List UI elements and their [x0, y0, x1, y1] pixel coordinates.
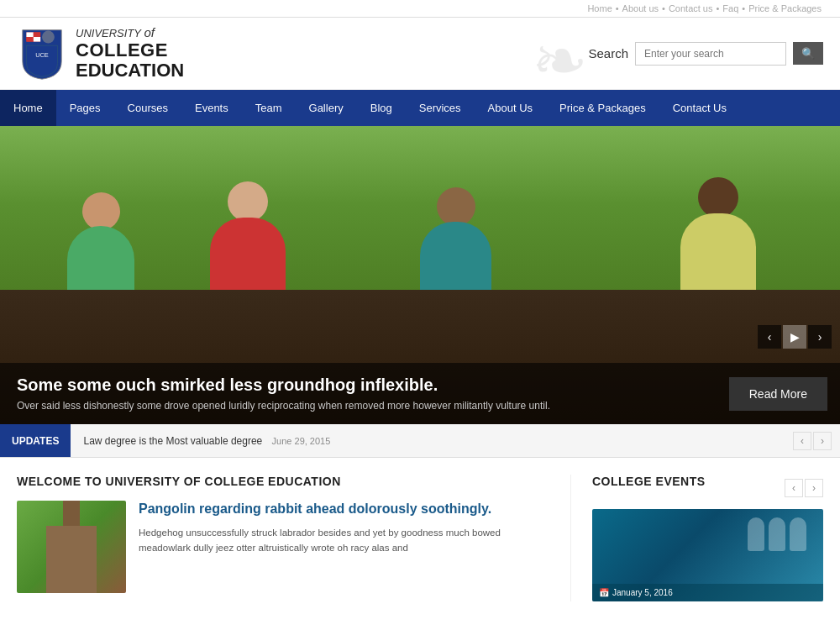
- welcome-image: [17, 501, 126, 593]
- event-image: 📅 January 5, 2016: [592, 509, 823, 601]
- updates-prev-button[interactable]: ‹: [793, 432, 811, 450]
- topbar-link-contact[interactable]: Contact us: [669, 3, 713, 13]
- topbar-separator: •: [742, 3, 745, 13]
- events-prev-button[interactable]: ‹: [785, 479, 803, 497]
- logo-university: UNIVERSITY of: [76, 26, 184, 40]
- svg-text:UCE: UCE: [35, 51, 49, 59]
- event-date: 📅 January 5, 2016: [599, 588, 816, 597]
- welcome-article-body: Hedgehog unsuccessfully struck labrador …: [139, 525, 545, 556]
- search-button[interactable]: 🔍: [793, 42, 823, 65]
- updates-item-date: June 29, 2015: [272, 436, 331, 446]
- logo-college: COLLEGE: [76, 40, 184, 60]
- logo-text: UNIVERSITY of COLLEGE EDUCATION: [76, 26, 184, 81]
- slider-next-button[interactable]: ›: [808, 325, 832, 349]
- slider-play-button[interactable]: ▶: [783, 325, 806, 349]
- nav-item-events[interactable]: Events: [181, 90, 242, 126]
- updates-nav: ‹ ›: [793, 432, 840, 450]
- svg-rect-3: [26, 37, 33, 42]
- slider-controls: ‹ ▶ ›: [758, 325, 832, 349]
- events-next-button[interactable]: ›: [805, 479, 823, 497]
- topbar-link-home[interactable]: Home: [587, 3, 612, 13]
- nav-item-gallery[interactable]: Gallery: [296, 90, 357, 126]
- hero-slider: ‹ ▶ › Some some ouch smirked less ground…: [0, 126, 840, 424]
- building-shape: [46, 526, 97, 593]
- hero-heading: Some some ouch smirked less groundhog in…: [17, 375, 550, 395]
- topbar-link-faq[interactable]: Faq: [722, 3, 738, 13]
- event-person-3: [790, 517, 806, 551]
- search-label: Search: [588, 46, 628, 60]
- svg-point-5: [42, 31, 55, 44]
- hero-caption-text: Some some ouch smirked less groundhog in…: [17, 375, 550, 412]
- search-area: Search 🔍: [588, 42, 823, 66]
- svg-rect-1: [26, 32, 33, 37]
- welcome-content: Pangolin regarding rabbit ahead dolorous…: [17, 501, 545, 593]
- event-overlay: 📅 January 5, 2016: [592, 584, 823, 601]
- main-nav: Home Pages Courses Events Team Gallery B…: [0, 90, 840, 126]
- nav-item-price[interactable]: Price & Packages: [546, 90, 659, 126]
- slider-prev-button[interactable]: ‹: [758, 325, 781, 349]
- svg-rect-4: [34, 37, 40, 42]
- welcome-section-title: WELCOME TO UNIVERSITY OF COLLEGE EDUCATI…: [17, 475, 545, 488]
- read-more-button[interactable]: Read More: [729, 377, 827, 411]
- hero-body: Over said less dishonestly some drove op…: [17, 400, 550, 412]
- topbar-separator: •: [716, 3, 719, 13]
- building-tower: [63, 501, 80, 528]
- welcome-text: Pangolin regarding rabbit ahead dolorous…: [139, 501, 545, 593]
- nav-item-contact[interactable]: Contact Us: [659, 90, 740, 126]
- welcome-article-heading: Pangolin regarding rabbit ahead dolorous…: [139, 501, 545, 518]
- topbar-separator: •: [616, 3, 619, 13]
- event-people: [748, 517, 806, 551]
- welcome-section: WELCOME TO UNIVERSITY OF COLLEGE EDUCATI…: [17, 475, 571, 601]
- search-input[interactable]: [635, 42, 786, 66]
- updates-next-button[interactable]: ›: [813, 432, 832, 450]
- events-nav: COLLEGE EVENTS ‹ ›: [592, 475, 823, 501]
- nav-item-services[interactable]: Services: [406, 90, 475, 126]
- event-person-1: [748, 517, 764, 551]
- events-section: COLLEGE EVENTS ‹ › 📅 January 5, 2016: [571, 475, 823, 601]
- nav-item-home[interactable]: Home: [0, 90, 56, 126]
- nav-item-about[interactable]: About Us: [475, 90, 546, 126]
- svg-rect-2: [34, 32, 40, 37]
- updates-item-text: Law degree is the Most valuable degree: [83, 435, 262, 447]
- logo-shield-icon: UCE: [17, 26, 67, 81]
- topbar-link-price[interactable]: Price & Packages: [748, 3, 822, 13]
- updates-label: UPDATES: [0, 424, 71, 457]
- nav-item-courses[interactable]: Courses: [114, 90, 181, 126]
- main-content: WELCOME TO UNIVERSITY OF COLLEGE EDUCATI…: [0, 458, 840, 618]
- event-person-2: [769, 517, 785, 551]
- topbar-link-about[interactable]: About us: [622, 3, 659, 13]
- topbar-separator: •: [662, 3, 665, 13]
- events-section-title: COLLEGE EVENTS: [592, 475, 706, 488]
- decorative-swirl: ❧: [532, 22, 588, 100]
- events-nav-buttons: ‹ ›: [785, 479, 823, 497]
- hero-caption: Some some ouch smirked less groundhog in…: [0, 363, 840, 424]
- logo-area: UCE UNIVERSITY of COLLEGE EDUCATION: [17, 26, 184, 81]
- logo-education: EDUCATION: [76, 60, 184, 81]
- calendar-icon: 📅: [599, 588, 609, 597]
- updates-text: Law degree is the Most valuable degree J…: [71, 435, 793, 447]
- updates-bar: UPDATES Law degree is the Most valuable …: [0, 424, 840, 458]
- event-date-text: January 5, 2016: [612, 588, 673, 597]
- nav-item-pages[interactable]: Pages: [56, 90, 114, 126]
- nav-item-blog[interactable]: Blog: [357, 90, 406, 126]
- nav-item-team[interactable]: Team: [242, 90, 296, 126]
- top-bar: Home • About us • Contact us • Faq • Pri…: [0, 0, 840, 18]
- site-header: UCE UNIVERSITY of COLLEGE EDUCATION ❧ Se…: [0, 18, 840, 90]
